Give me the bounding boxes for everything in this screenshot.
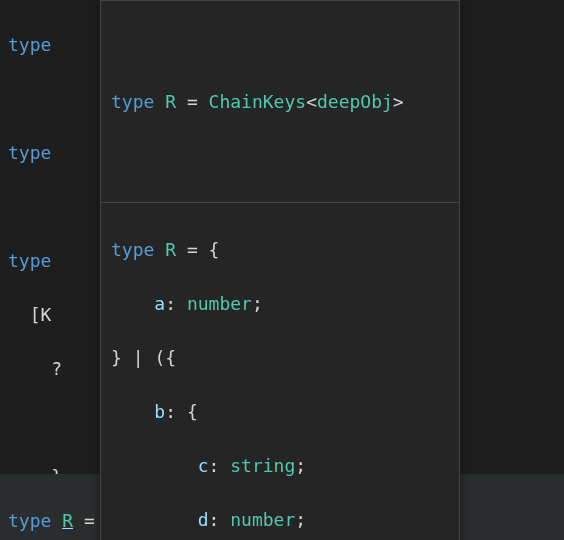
type-arg: deepObj: [317, 91, 393, 112]
tooltip-line: type R = {: [111, 236, 449, 263]
keyword-type: type: [8, 250, 51, 271]
hovered-type-name[interactable]: R: [62, 510, 73, 531]
tooltip-body: type R = { a: number; } | ({ b: { c: str…: [101, 202, 459, 540]
tooltip-line: b: {: [111, 398, 449, 425]
type-name: R: [165, 91, 176, 112]
tooltip-line: a: number;: [111, 290, 449, 317]
hover-tooltip: type R = ChainKeys<deepObj> type R = { a…: [100, 0, 460, 540]
type-ref: ChainKeys: [209, 91, 307, 112]
tooltip-header: type R = ChainKeys<deepObj>: [101, 55, 459, 148]
keyword-type: type: [111, 91, 154, 112]
tooltip-line: c: string;: [111, 452, 449, 479]
keyword-type: type: [8, 142, 51, 163]
keyword-type: type: [8, 34, 51, 55]
keyword-type: type: [8, 510, 51, 531]
tooltip-line: d: number;: [111, 506, 449, 533]
tooltip-line: } | ({: [111, 344, 449, 371]
